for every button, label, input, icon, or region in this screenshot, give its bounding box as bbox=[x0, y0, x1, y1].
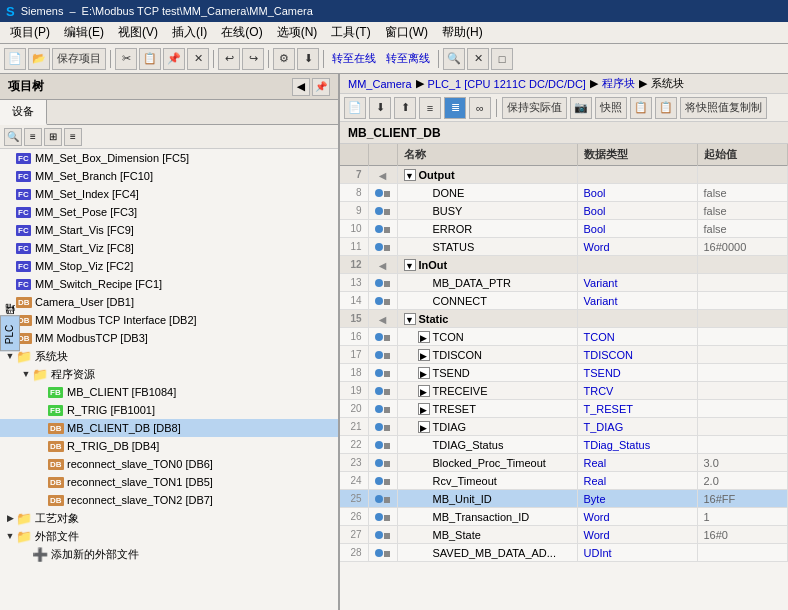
panel-search-btn[interactable]: 🔍 bbox=[4, 128, 22, 146]
tree-item-19[interactable]: DBreconnect_slave_TON1 [DB5] bbox=[0, 473, 338, 491]
breadcrumb-part3[interactable]: 程序块 bbox=[602, 76, 635, 91]
rt-btn9[interactable]: 📋 bbox=[655, 97, 677, 119]
table-row[interactable]: 10ERRORBoolfalse bbox=[340, 220, 788, 238]
tree-item-label: R_TRIG [FB1001] bbox=[67, 404, 155, 416]
plc-side-tab[interactable]: PLC 端口 bbox=[0, 315, 20, 351]
rt-btn4[interactable]: ≡ bbox=[419, 97, 441, 119]
tree-item-4[interactable]: FCMM_Set_Pose [FC3] bbox=[0, 203, 338, 221]
breadcrumb-part1[interactable]: MM_Camera bbox=[348, 78, 412, 90]
load-btn[interactable]: ⬇ bbox=[297, 48, 319, 70]
tree-item-8[interactable]: FCMM_Switch_Recipe [FC1] bbox=[0, 275, 338, 293]
menu-help[interactable]: 帮助(H) bbox=[436, 22, 489, 43]
rt-btn2[interactable]: ⬇ bbox=[369, 97, 391, 119]
cut-btn[interactable]: ✂ bbox=[115, 48, 137, 70]
tree-item-5[interactable]: FCMM_Start_Vis [FC9] bbox=[0, 221, 338, 239]
tree-item-17[interactable]: DBR_TRIG_DB [DB4] bbox=[0, 437, 338, 455]
tree-item-14[interactable]: FBMB_CLIENT [FB1084] bbox=[0, 383, 338, 401]
tree-item-23[interactable]: ➕添加新的外部文件 bbox=[0, 545, 338, 563]
breadcrumb-part2[interactable]: PLC_1 [CPU 1211C DC/DC/DC] bbox=[428, 78, 586, 90]
open-btn[interactable]: 📂 bbox=[28, 48, 50, 70]
rt-btn6[interactable]: ∞ bbox=[469, 97, 491, 119]
table-row[interactable]: 25MB_Unit_IDByte16#FF bbox=[340, 490, 788, 508]
rt-btn3[interactable]: ⬆ bbox=[394, 97, 416, 119]
table-row[interactable]: 18▶TSENDTSEND bbox=[340, 364, 788, 382]
table-row[interactable]: 7◀▼Output bbox=[340, 166, 788, 184]
tree-item-10[interactable]: DBMM Modbus TCP Interface [DB2] bbox=[0, 311, 338, 329]
keep-actual-btn[interactable]: 保持实际值 bbox=[502, 97, 567, 119]
extra-btn2[interactable]: ✕ bbox=[467, 48, 489, 70]
tree-collapse-btn[interactable]: ◀ bbox=[292, 78, 310, 96]
table-row[interactable]: 9BUSYBoolfalse bbox=[340, 202, 788, 220]
table-row[interactable]: 12◀▼InOut bbox=[340, 256, 788, 274]
new-btn[interactable]: 📄 bbox=[4, 48, 26, 70]
menu-view[interactable]: 视图(V) bbox=[112, 22, 164, 43]
tree-item-15[interactable]: FBR_TRIG [FB1001] bbox=[0, 401, 338, 419]
tree-item-1[interactable]: FCMM_Set_Box_Dimension [FC5] bbox=[0, 149, 338, 167]
table-row[interactable]: 28SAVED_MB_DATA_AD...UDInt bbox=[340, 544, 788, 562]
tree-item-7[interactable]: FCMM_Stop_Viz [FC2] bbox=[0, 257, 338, 275]
menu-project[interactable]: 项目(P) bbox=[4, 22, 56, 43]
project-tree[interactable]: FCMM_Set_Box_Dimension [FC5]FCMM_Set_Bra… bbox=[0, 149, 338, 610]
tree-item-16[interactable]: DBMB_CLIENT_DB [DB8] bbox=[0, 419, 338, 437]
table-row[interactable]: 20▶TRESETT_RESET bbox=[340, 400, 788, 418]
go-offline-btn[interactable]: 转至离线 bbox=[382, 49, 434, 68]
table-row[interactable]: 13MB_DATA_PTRVariant bbox=[340, 274, 788, 292]
table-row[interactable]: 11STATUSWord16#0000 bbox=[340, 238, 788, 256]
panel-filter-btn[interactable]: ≡ bbox=[24, 128, 42, 146]
table-row[interactable]: 14CONNECTVariant bbox=[340, 292, 788, 310]
tree-item-18[interactable]: DBreconnect_slave_TON0 [DB6] bbox=[0, 455, 338, 473]
tree-item-20[interactable]: DBreconnect_slave_TON2 [DB7] bbox=[0, 491, 338, 509]
tree-item-13[interactable]: ▼📁程序资源 bbox=[0, 365, 338, 383]
tree-item-2[interactable]: FCMM_Set_Branch [FC10] bbox=[0, 167, 338, 185]
rt-btn8[interactable]: 📋 bbox=[630, 97, 652, 119]
rt-btn7[interactable]: 📷 bbox=[570, 97, 592, 119]
rt-btn5[interactable]: ≣ bbox=[444, 97, 466, 119]
table-row[interactable]: 17▶TDISCONTDISCON bbox=[340, 346, 788, 364]
tree-item-9[interactable]: DBCamera_User [DB1] bbox=[0, 293, 338, 311]
tree-arrow[interactable]: ▶ bbox=[4, 513, 16, 523]
table-row[interactable]: 23Blocked_Proc_TimeoutReal3.0 bbox=[340, 454, 788, 472]
table-row[interactable]: 19▶TRECEIVETRCV bbox=[340, 382, 788, 400]
menu-edit[interactable]: 编辑(E) bbox=[58, 22, 110, 43]
save-btn[interactable]: 保存项目 bbox=[52, 48, 106, 70]
tree-item-21[interactable]: ▶📁工艺对象 bbox=[0, 509, 338, 527]
tree-arrow[interactable]: ▼ bbox=[20, 369, 32, 379]
table-row[interactable]: 21▶TDIAGT_DIAG bbox=[340, 418, 788, 436]
extra-btn1[interactable]: 🔍 bbox=[443, 48, 465, 70]
menu-options[interactable]: 选项(N) bbox=[271, 22, 324, 43]
tab-devices[interactable]: 设备 bbox=[0, 100, 47, 125]
tree-pin-btn[interactable]: 📌 bbox=[312, 78, 330, 96]
panel-view2-btn[interactable]: ≡ bbox=[64, 128, 82, 146]
tree-item-12[interactable]: ▼📁系统块 bbox=[0, 347, 338, 365]
table-row[interactable]: 8DONEBoolfalse bbox=[340, 184, 788, 202]
paste-btn[interactable]: 📌 bbox=[163, 48, 185, 70]
panel-view-btn[interactable]: ⊞ bbox=[44, 128, 62, 146]
menu-tools[interactable]: 工具(T) bbox=[325, 22, 376, 43]
compile-btn[interactable]: ⚙ bbox=[273, 48, 295, 70]
tree-arrow[interactable]: ▼ bbox=[4, 351, 16, 361]
data-table[interactable]: 名称 数据类型 起始值 7◀▼Output8DONEBoolfalse9BUSY… bbox=[340, 144, 788, 610]
redo-btn[interactable]: ↪ bbox=[242, 48, 264, 70]
copy-snap-btn[interactable]: 将快照值复制制 bbox=[680, 97, 767, 119]
menu-window[interactable]: 窗口(W) bbox=[379, 22, 434, 43]
table-row[interactable]: 24Rcv_TimeoutReal2.0 bbox=[340, 472, 788, 490]
extra-btn3[interactable]: □ bbox=[491, 48, 513, 70]
tree-item-11[interactable]: DBMM ModbusTCP [DB3] bbox=[0, 329, 338, 347]
table-row[interactable]: 22TDIAG_StatusTDiag_Status bbox=[340, 436, 788, 454]
table-row[interactable]: 27MB_StateWord16#0 bbox=[340, 526, 788, 544]
table-row[interactable]: 26MB_Transaction_IDWord1 bbox=[340, 508, 788, 526]
menu-insert[interactable]: 插入(I) bbox=[166, 22, 213, 43]
copy-btn[interactable]: 📋 bbox=[139, 48, 161, 70]
table-row[interactable]: 16▶TCONTCON bbox=[340, 328, 788, 346]
tree-arrow[interactable]: ▼ bbox=[4, 531, 16, 541]
go-online-btn[interactable]: 转至在线 bbox=[328, 49, 380, 68]
delete-btn[interactable]: ✕ bbox=[187, 48, 209, 70]
undo-btn[interactable]: ↩ bbox=[218, 48, 240, 70]
snapshot-btn[interactable]: 快照 bbox=[595, 97, 627, 119]
tree-item-22[interactable]: ▼📁外部文件 bbox=[0, 527, 338, 545]
tree-item-3[interactable]: FCMM_Set_Index [FC4] bbox=[0, 185, 338, 203]
tree-item-6[interactable]: FCMM_Start_Viz [FC8] bbox=[0, 239, 338, 257]
rt-btn1[interactable]: 📄 bbox=[344, 97, 366, 119]
menu-online[interactable]: 在线(O) bbox=[215, 22, 268, 43]
table-row[interactable]: 15◀▼Static bbox=[340, 310, 788, 328]
